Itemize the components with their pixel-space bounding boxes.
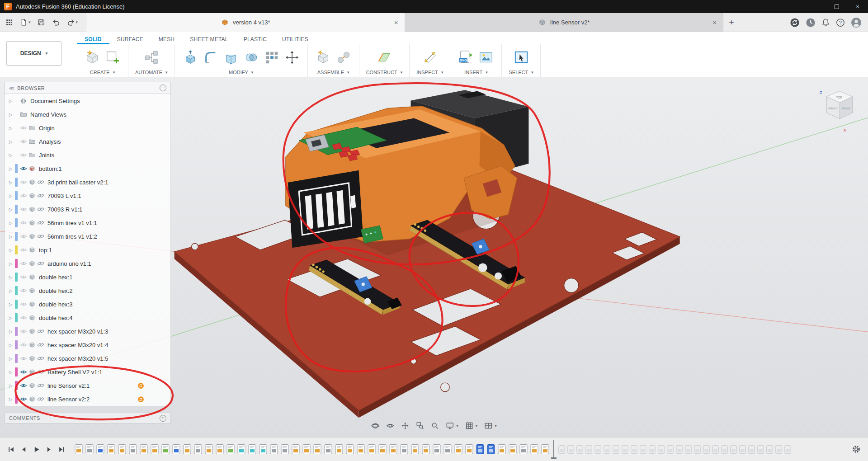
new-component-icon[interactable]	[84, 49, 101, 66]
timeline-feature-icon-rolled-back[interactable]	[712, 445, 719, 454]
timeline-feature-icon[interactable]	[487, 444, 495, 455]
timeline-feature-icon[interactable]	[541, 444, 549, 455]
pan-button[interactable]	[401, 422, 409, 430]
step-back-button[interactable]	[20, 446, 28, 453]
timeline-feature-icon[interactable]	[302, 444, 311, 455]
timeline-feature-icon-rolled-back[interactable]	[613, 445, 619, 454]
timeline-feature-icon-rolled-back[interactable]	[667, 445, 674, 454]
timeline-feature-icon[interactable]	[140, 444, 148, 455]
pattern-icon[interactable]	[263, 49, 280, 66]
tab-utilities[interactable]: UTILITIES	[274, 34, 316, 44]
timeline-feature-icon-rolled-back[interactable]	[640, 445, 646, 454]
browser-item[interactable]: ▷Origin	[5, 121, 170, 135]
expand-arrow-icon[interactable]: ▷	[7, 207, 14, 212]
zoom-window-button[interactable]	[416, 422, 424, 430]
timeline-feature-icon[interactable]	[335, 444, 343, 455]
timeline-feature-icon[interactable]	[400, 444, 408, 455]
expand-arrow-icon[interactable]: ▷	[7, 166, 14, 171]
workspace-switcher[interactable]: DESIGN▾	[6, 41, 61, 66]
browser-item[interactable]: ▷Analysis	[5, 135, 170, 148]
visibility-eye-icon[interactable]	[19, 368, 28, 376]
visibility-eye-icon[interactable]	[19, 124, 28, 132]
group-label-select[interactable]: SELECT▾	[509, 68, 533, 75]
visibility-eye-icon[interactable]	[19, 287, 28, 294]
visibility-eye-icon[interactable]	[19, 246, 28, 254]
timeline-feature-icon[interactable]	[151, 444, 159, 455]
timeline-feature-icon-rolled-back[interactable]	[604, 445, 610, 454]
timeline-feature-icon[interactable]	[411, 444, 419, 455]
timeline-feature-icon[interactable]	[226, 444, 235, 455]
expand-arrow-icon[interactable]: ▷	[7, 315, 14, 320]
tab-sheet-metal[interactable]: SHEET METAL	[182, 34, 236, 44]
comments-bar[interactable]: COMMENTS +	[5, 413, 171, 423]
timeline-feature-icon[interactable]	[433, 444, 441, 455]
expand-arrow-icon[interactable]: ▷	[7, 221, 14, 226]
visibility-eye-icon[interactable]	[19, 179, 28, 186]
visibility-eye-icon[interactable]	[19, 395, 28, 403]
expand-arrow-icon[interactable]: ▷	[7, 234, 14, 239]
press-pull-icon[interactable]	[182, 49, 199, 66]
timeline-feature-icon-rolled-back[interactable]	[658, 445, 665, 454]
browser-item[interactable]: ▷arduino uno v1:1	[5, 257, 170, 270]
group-label-create[interactable]: CREATE▾	[90, 68, 115, 75]
timeline-feature-icon-rolled-back[interactable]	[676, 445, 683, 454]
browser-item[interactable]: ▷Battery Shell V2 v1:1	[5, 365, 170, 379]
browser-item[interactable]: ▷bottom:1	[5, 162, 170, 175]
visibility-eye-icon[interactable]	[19, 206, 28, 213]
expand-arrow-icon[interactable]: ▷	[7, 180, 14, 185]
expand-arrow-icon[interactable]: ▷	[7, 126, 14, 131]
expand-arrow-icon[interactable]: ▷	[7, 397, 14, 402]
timeline-feature-icon[interactable]	[172, 444, 180, 455]
expand-arrow-icon[interactable]: ▷	[7, 329, 14, 334]
browser-item[interactable]: ▷line Sensor v2:2	[5, 392, 170, 406]
timeline-feature-icon-rolled-back[interactable]	[558, 445, 565, 454]
timeline-feature-icon[interactable]	[270, 444, 278, 455]
timeline-feature-icon[interactable]	[357, 444, 365, 455]
visibility-eye-icon[interactable]	[19, 328, 28, 335]
browser-item[interactable]: ▷Joints	[5, 148, 170, 162]
tab-solid[interactable]: SOLID	[77, 34, 109, 44]
visibility-eye-icon[interactable]	[19, 273, 28, 281]
group-label-modify[interactable]: MODIFY▾	[229, 68, 253, 75]
timeline-feature-icon[interactable]	[194, 444, 202, 455]
browser-item[interactable]: ▷hex spacer M3x20 v1:5	[5, 352, 170, 365]
profile-avatar[interactable]	[851, 17, 862, 28]
expand-arrow-icon[interactable]: ▷	[7, 343, 14, 348]
step-forward-button[interactable]	[45, 446, 53, 453]
browser-item[interactable]: ▷Named Views	[5, 108, 170, 121]
timeline-feature-icon[interactable]	[259, 444, 267, 455]
expand-arrow-icon[interactable]: ▷	[7, 356, 14, 361]
shell-icon[interactable]	[222, 49, 240, 66]
group-label-inspect[interactable]: INSPECT▾	[416, 68, 443, 75]
timeline-playhead[interactable]	[553, 440, 554, 459]
viewport-canvas[interactable]: TOP FRONT RIGHT X Z «« BROWSER − ▷Docume…	[0, 77, 868, 437]
timeline-feature-icon[interactable]	[389, 444, 397, 455]
timeline-feature-icon-rolled-back[interactable]	[576, 445, 583, 454]
timeline-feature-icon[interactable]	[75, 444, 83, 455]
expand-arrow-icon[interactable]: ▷	[7, 288, 14, 293]
expand-arrow-icon[interactable]: ▷	[7, 99, 14, 103]
visibility-eye-icon[interactable]	[19, 260, 28, 267]
visibility-eye-icon[interactable]	[19, 355, 28, 362]
minimize-browser-icon[interactable]: −	[160, 85, 166, 91]
expand-arrow-icon[interactable]: ▷	[7, 112, 14, 117]
timeline-feature-icon-rolled-back[interactable]	[685, 445, 692, 454]
collapse-panel-icon[interactable]: ««	[9, 85, 13, 91]
browser-item[interactable]: ▷70093 L v1:1	[5, 189, 170, 202]
zoom-button[interactable]	[431, 422, 439, 430]
timeline-feature-icon[interactable]	[248, 444, 256, 455]
viewports-button[interactable]: ▾	[484, 422, 497, 430]
timeline-feature-icon-rolled-back[interactable]	[757, 445, 764, 454]
app-launcher-icon[interactable]	[5, 19, 13, 26]
close-tab-icon[interactable]: ×	[712, 19, 717, 26]
maximize-button[interactable]	[826, 0, 847, 13]
timeline-feature-icon[interactable]	[324, 444, 332, 455]
select-tool-icon[interactable]	[513, 49, 530, 66]
timeline-feature-icon-rolled-back[interactable]	[694, 445, 701, 454]
expand-arrow-icon[interactable]: ▷	[7, 370, 14, 375]
browser-item[interactable]: ▷double hex:4	[5, 311, 170, 325]
visibility-eye-icon[interactable]	[19, 341, 28, 348]
timeline-feature-icon-rolled-back[interactable]	[622, 445, 628, 454]
timeline-feature-icon-rolled-back[interactable]	[784, 445, 791, 454]
browser-item[interactable]: ▷Document Settings	[5, 94, 170, 108]
